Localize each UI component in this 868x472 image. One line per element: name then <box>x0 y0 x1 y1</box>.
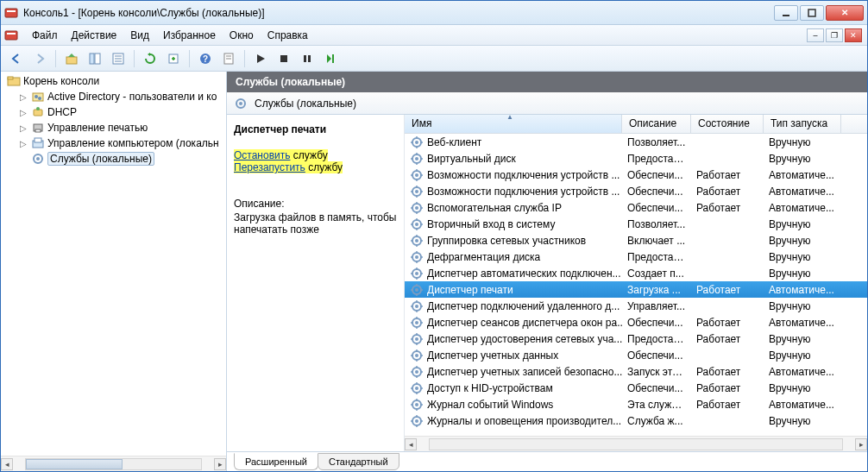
expand-icon[interactable]: ▷ <box>18 123 28 133</box>
help-button[interactable]: ? <box>195 48 216 69</box>
back-button[interactable] <box>6 48 27 69</box>
service-description: Управляет... <box>622 300 691 312</box>
start-service-button[interactable] <box>250 48 271 69</box>
pause-service-button[interactable] <box>297 48 318 69</box>
restart-service-link[interactable]: Перезапустить <box>234 161 305 173</box>
service-row[interactable]: Диспетчер учетных данныхОбеспечи...Вручн… <box>405 347 867 363</box>
service-row[interactable]: Возможности подключения устройств ...Обе… <box>405 183 867 199</box>
service-row[interactable]: Вспомогательная служба IPОбеспечи...Рабо… <box>405 199 867 216</box>
service-startup: Вручную <box>764 382 841 394</box>
column-state[interactable]: Состояние <box>691 115 764 133</box>
service-row[interactable]: Веб-клиентПозволяет...Вручную <box>405 134 867 150</box>
maximize-button[interactable] <box>800 5 824 21</box>
column-description[interactable]: Описание <box>622 115 691 133</box>
service-description: Служба ж... <box>622 415 691 427</box>
service-name: Диспетчер подключений удаленного д... <box>427 300 620 312</box>
tab-extended[interactable]: Расширенный <box>234 453 318 470</box>
service-startup: Вручную <box>764 235 841 247</box>
service-name: Виртуальный диск <box>427 153 516 165</box>
tree-item-label: DHCP <box>47 106 77 118</box>
service-startup: Вручную <box>764 136 841 148</box>
tree-item[interactable]: ▷Управление печатью <box>1 120 226 135</box>
service-description: Позволяет... <box>622 218 691 230</box>
expand-icon[interactable]: ▷ <box>18 108 28 117</box>
service-row[interactable]: Диспетчер подключений удаленного д...Упр… <box>405 298 867 314</box>
restart-service-button[interactable] <box>320 48 341 69</box>
service-row[interactable]: Возможности подключения устройств ...Обе… <box>405 167 867 183</box>
titlebar: Консоль1 - [Корень консоли\Службы (локал… <box>1 1 867 25</box>
list-header: ▲ Имя Описание Состояние Тип запуска <box>405 115 867 134</box>
show-hide-tree-button[interactable] <box>85 48 105 69</box>
service-row[interactable]: Диспетчер удостоверения сетевых уча...Пр… <box>405 330 867 347</box>
service-icon <box>410 349 424 362</box>
column-name[interactable]: Имя <box>405 115 622 133</box>
svg-rect-20 <box>304 55 306 62</box>
export-button[interactable] <box>163 48 184 69</box>
menu-file[interactable]: Файл <box>25 27 65 44</box>
close-button[interactable]: ✕ <box>826 5 864 21</box>
tree-root[interactable]: Корень консоли <box>1 73 226 89</box>
mdi-restore-button[interactable]: ❐ <box>826 28 843 42</box>
mdi-minimize-button[interactable]: – <box>807 28 824 42</box>
expand-icon[interactable]: ▷ <box>18 92 28 102</box>
service-startup: Автоматиче... <box>764 366 841 378</box>
mdi-close-button[interactable]: ✕ <box>845 28 862 42</box>
refresh-button[interactable] <box>140 48 160 69</box>
service-row[interactable]: Журнал событий WindowsЭта служб...Работа… <box>405 396 867 412</box>
app-icon <box>4 6 18 20</box>
svg-rect-28 <box>34 110 42 116</box>
expand-icon[interactable]: ▷ <box>18 139 28 148</box>
service-row[interactable]: Доступ к HID-устройствамОбеспечи...Работ… <box>405 380 867 396</box>
stop-service-link[interactable]: Остановить <box>234 149 291 161</box>
menu-help[interactable]: Справка <box>261 27 315 44</box>
tree-item[interactable]: ▷Active Directory - пользователи и ко <box>1 89 226 104</box>
tree-item[interactable]: Службы (локальные) <box>1 151 226 167</box>
up-button[interactable] <box>61 48 82 69</box>
tree-item[interactable]: ▷Управление компьютером (локальн <box>1 135 226 151</box>
service-row[interactable]: Диспетчер печатиЗагрузка ...РаботаетАвто… <box>405 281 867 298</box>
svg-point-45 <box>415 157 418 160</box>
scroll-right-icon[interactable]: ▸ <box>214 458 226 470</box>
service-row[interactable]: Журналы и оповещения производител...Служ… <box>405 412 867 429</box>
service-icon <box>410 201 424 215</box>
scroll-right-icon[interactable]: ▸ <box>855 438 867 450</box>
service-state: Работает <box>691 366 764 378</box>
svg-rect-2 <box>783 15 789 16</box>
menu-action[interactable]: Действие <box>65 27 124 44</box>
service-row[interactable]: Вторичный вход в системуПозволяет...Вруч… <box>405 216 867 232</box>
minimize-button[interactable] <box>774 5 798 21</box>
service-state: Работает <box>691 284 764 296</box>
menu-view[interactable]: Вид <box>123 27 156 44</box>
scroll-left-icon[interactable]: ◂ <box>1 458 13 470</box>
service-row[interactable]: Диспетчер сеансов диспетчера окон ра...О… <box>405 314 867 330</box>
service-row[interactable]: Группировка сетевых участниковВключает .… <box>405 232 867 249</box>
column-startup[interactable]: Тип запуска <box>764 115 841 133</box>
service-icon <box>410 152 424 166</box>
svg-point-129 <box>415 387 418 390</box>
service-startup: Вручную <box>764 349 841 362</box>
service-description: Включает ... <box>622 235 691 247</box>
about-button[interactable] <box>218 48 239 69</box>
scroll-left-icon[interactable]: ◂ <box>405 438 417 450</box>
svg-point-27 <box>38 97 41 100</box>
service-name: Журнал событий Windows <box>427 399 553 411</box>
list-scrollbar[interactable]: ◂ ▸ <box>405 436 867 451</box>
menu-favorites[interactable]: Избранное <box>156 27 223 44</box>
svg-rect-0 <box>5 9 17 17</box>
tree-item[interactable]: ▷DHCP <box>1 104 226 120</box>
stop-service-button[interactable] <box>274 48 294 69</box>
svg-rect-25 <box>33 93 43 101</box>
menu-window[interactable]: Окно <box>223 27 261 44</box>
tree-scrollbar[interactable]: ◂ ▸ <box>1 456 226 471</box>
service-row[interactable]: Дефрагментация дискаПредостав...Вручную <box>405 249 867 265</box>
list-rows[interactable]: Веб-клиентПозволяет...ВручнуюВиртуальный… <box>405 134 867 436</box>
forward-button[interactable] <box>29 48 50 69</box>
properties-button[interactable] <box>108 48 129 69</box>
svg-point-26 <box>35 95 38 98</box>
svg-rect-3 <box>808 9 815 16</box>
tab-standard[interactable]: Стандартный <box>318 453 399 470</box>
service-row[interactable]: Виртуальный дискПредостав...Вручную <box>405 150 867 167</box>
service-row[interactable]: Диспетчер учетных записей безопасно...За… <box>405 363 867 380</box>
tree-body: Корень консоли ▷Active Directory - польз… <box>1 72 226 456</box>
service-row[interactable]: Диспетчер автоматических подключен...Соз… <box>405 265 867 281</box>
